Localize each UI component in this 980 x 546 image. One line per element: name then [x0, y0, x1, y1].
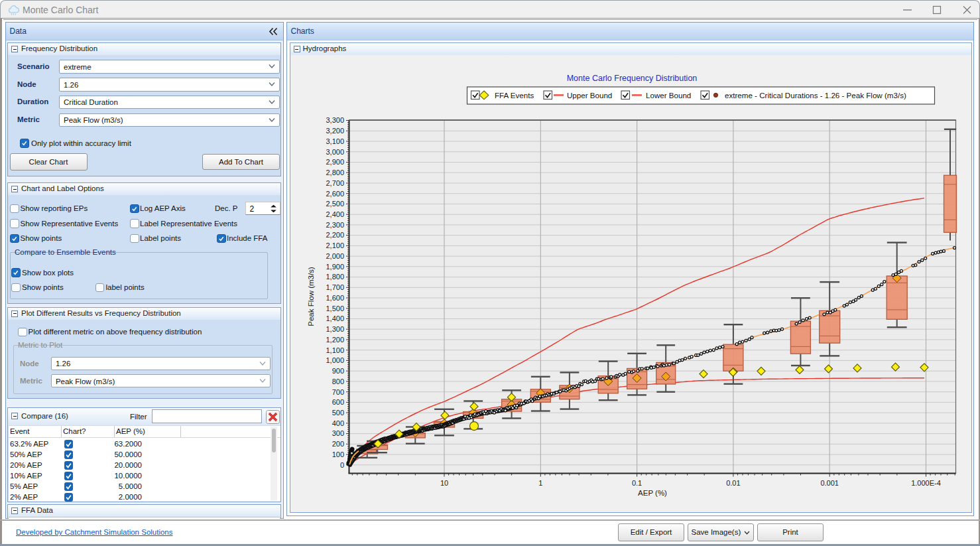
svg-text:AEP (%): AEP (%): [638, 489, 667, 497]
svg-text:1: 1: [538, 479, 542, 487]
svg-text:10: 10: [440, 479, 448, 487]
svg-text:2,400: 2,400: [326, 210, 344, 218]
svg-text:2,700: 2,700: [326, 179, 344, 187]
svg-text:1,500: 1,500: [326, 305, 344, 312]
svg-text:3,000: 3,000: [326, 148, 344, 156]
svg-text:1.000E-4: 1.000E-4: [911, 479, 941, 487]
svg-text:0.1: 0.1: [632, 479, 642, 487]
svg-text:Monte Carlo Frequency Distribu: Monte Carlo Frequency Distribution: [567, 74, 698, 83]
svg-text:600: 600: [332, 398, 344, 406]
svg-text:1,200: 1,200: [326, 336, 344, 344]
svg-text:2,500: 2,500: [326, 200, 344, 208]
svg-text:2,600: 2,600: [326, 190, 344, 198]
svg-text:1,300: 1,300: [326, 325, 344, 333]
svg-text:3,100: 3,100: [326, 137, 344, 145]
svg-text:Peak Flow (m3/s): Peak Flow (m3/s): [307, 267, 315, 326]
svg-text:2,100: 2,100: [326, 241, 344, 249]
svg-text:2,800: 2,800: [326, 169, 344, 176]
svg-text:Upper Bound: Upper Bound: [567, 91, 612, 100]
svg-text:3,300: 3,300: [326, 116, 344, 124]
svg-text:0.01: 0.01: [726, 479, 740, 487]
svg-text:1,800: 1,800: [326, 273, 344, 281]
svg-text:700: 700: [332, 388, 344, 396]
svg-text:1,100: 1,100: [326, 346, 344, 354]
svg-text:200: 200: [332, 440, 344, 448]
svg-text:1,600: 1,600: [326, 294, 344, 302]
svg-text:100: 100: [332, 450, 344, 458]
svg-text:1,000: 1,000: [326, 356, 344, 364]
svg-text:FFA Events: FFA Events: [495, 91, 534, 100]
svg-text:2,200: 2,200: [326, 231, 344, 239]
svg-text:extreme - Critical Durations -: extreme - Critical Durations - 1.26 - Pe…: [725, 91, 906, 100]
svg-text:2,900: 2,900: [326, 158, 344, 166]
svg-text:1,400: 1,400: [326, 314, 344, 322]
svg-text:800: 800: [332, 377, 344, 385]
svg-text:Lower Bound: Lower Bound: [646, 91, 691, 100]
svg-text:1,700: 1,700: [326, 283, 344, 291]
svg-text:2,000: 2,000: [326, 252, 344, 260]
svg-text:300: 300: [332, 429, 344, 437]
svg-text:500: 500: [332, 409, 344, 417]
svg-text:3,200: 3,200: [326, 127, 344, 135]
svg-text:1,900: 1,900: [326, 263, 344, 271]
svg-text:900: 900: [332, 367, 344, 375]
svg-text:0: 0: [340, 461, 344, 469]
svg-text:2,300: 2,300: [326, 221, 344, 229]
svg-text:0.001: 0.001: [820, 479, 839, 487]
svg-text:400: 400: [332, 419, 344, 427]
